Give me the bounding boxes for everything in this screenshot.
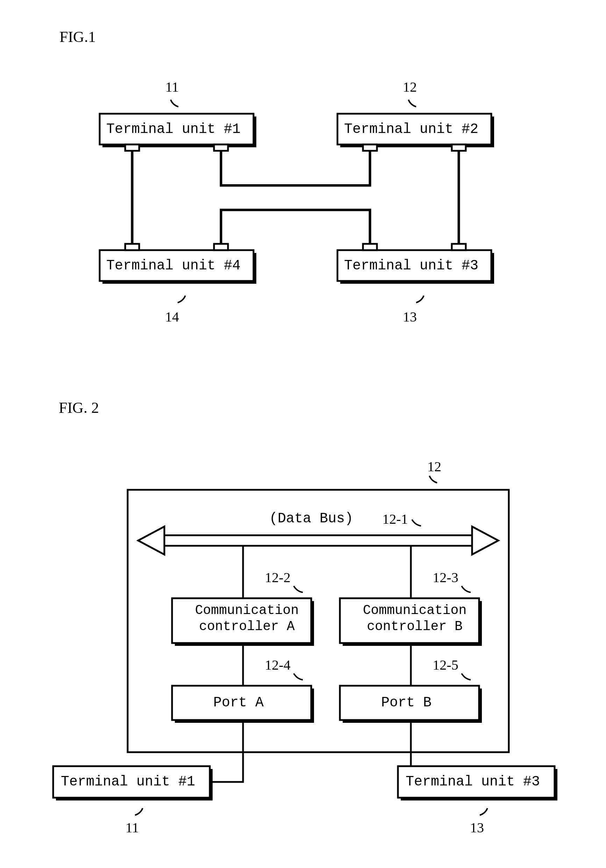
svg-rect-10 bbox=[363, 144, 377, 151]
fig1-tu2-label: Terminal unit #2 bbox=[344, 121, 478, 137]
fig2-databus-label: (Data Bus) bbox=[269, 511, 353, 527]
fig1-ref-11: 11 bbox=[162, 79, 182, 95]
fig2-ref-12-5: 12-5 bbox=[425, 657, 467, 673]
svg-rect-15 bbox=[452, 244, 466, 250]
fig1-title: FIG.1 bbox=[59, 28, 96, 46]
fig2-ref-11: 11 bbox=[118, 819, 146, 836]
fig2-ccB-l1: Communication bbox=[363, 603, 467, 618]
svg-marker-22 bbox=[472, 527, 498, 555]
fig1-ref-13: 13 bbox=[399, 308, 420, 325]
svg-rect-13 bbox=[214, 244, 228, 250]
fig2-ext1-label: Terminal unit #1 bbox=[61, 774, 195, 790]
fig2-ccA-l1: Communication bbox=[195, 603, 298, 618]
fig1-tu4-label: Terminal unit #4 bbox=[106, 258, 241, 274]
fig1-svg bbox=[84, 70, 524, 364]
fig1-tu1-label: Terminal unit #1 bbox=[106, 121, 241, 137]
fig2-ccB-l2: controller B bbox=[367, 619, 463, 634]
fig2-ref-12-4: 12-4 bbox=[257, 657, 298, 673]
fig2-portB-label: Port B bbox=[381, 695, 431, 711]
svg-rect-14 bbox=[363, 244, 377, 250]
fig2-ref-12: 12 bbox=[420, 458, 448, 475]
fig2-portA-label: Port A bbox=[213, 695, 264, 711]
fig1-ref-14: 14 bbox=[162, 308, 182, 325]
fig1-ref-12: 12 bbox=[399, 79, 420, 95]
fig2-ccA-box: Communication controller A bbox=[182, 603, 311, 634]
svg-rect-9 bbox=[214, 144, 228, 151]
diagram-canvas: FIG.1 bbox=[0, 0, 606, 868]
fig2-ref-12-1: 12-1 bbox=[374, 511, 416, 527]
svg-marker-21 bbox=[138, 527, 164, 555]
fig2-ref-13: 13 bbox=[463, 819, 491, 836]
fig2-ext3-label: Terminal unit #3 bbox=[406, 774, 540, 790]
fig2-ref-12-3: 12-3 bbox=[425, 569, 467, 586]
svg-rect-12 bbox=[125, 244, 139, 250]
svg-rect-8 bbox=[125, 144, 139, 151]
fig2-ref-12-2: 12-2 bbox=[257, 569, 298, 586]
svg-rect-11 bbox=[452, 144, 466, 151]
fig2-title: FIG. 2 bbox=[59, 399, 99, 417]
fig2-ccA-l2: controller A bbox=[199, 619, 295, 634]
fig2-ccB-box: Communication controller B bbox=[350, 603, 479, 634]
fig1-tu3-label: Terminal unit #3 bbox=[344, 258, 478, 274]
